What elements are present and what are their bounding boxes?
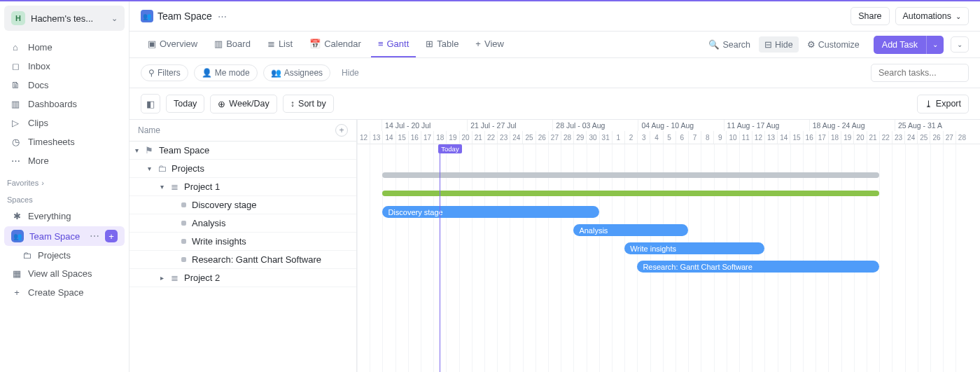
- export-button[interactable]: ⤓Export: [917, 95, 969, 113]
- panel-toggle-button[interactable]: ◧: [141, 94, 160, 113]
- task-row-label: Team Space: [159, 145, 209, 156]
- space-add-button[interactable]: +: [105, 230, 118, 242]
- day-header: 5: [663, 131, 676, 144]
- task-row[interactable]: ▾🗀Projects: [130, 160, 356, 178]
- week-header: 11 Aug - 17 Aug: [724, 120, 809, 131]
- nav-more-label: More: [28, 156, 49, 166]
- nav-docs[interactable]: 🗎Docs: [0, 76, 129, 95]
- plus-icon: +: [11, 287, 22, 298]
- name-column-header: Name: [138, 125, 160, 135]
- nav-home-label: Home: [28, 42, 52, 53]
- space-team-space[interactable]: 👥 Team Space ⋯ +: [4, 226, 125, 246]
- tab-calendar[interactable]: 📅Calendar: [302, 32, 368, 57]
- task-row[interactable]: ▾≣Project 1: [130, 178, 356, 196]
- task-row[interactable]: Analysis: [130, 214, 356, 233]
- search-icon: 🔍: [708, 39, 720, 50]
- breadcrumb-space[interactable]: 👥 Team Space: [141, 10, 212, 22]
- day-header: 1: [612, 131, 624, 144]
- add-view-button[interactable]: +View: [468, 32, 511, 57]
- gear-icon: ⚙: [807, 39, 816, 50]
- assignees-button[interactable]: 👥Assignees: [263, 64, 330, 81]
- nav-clips[interactable]: ▷Clips: [0, 113, 129, 132]
- nav-dashboards-label: Dashboards: [28, 99, 77, 109]
- gantt-bar[interactable]: Write insights: [624, 242, 764, 254]
- day-header: 19: [841, 131, 853, 144]
- gantt-bar[interactable]: [382, 172, 879, 178]
- tab-table[interactable]: ⊞Table: [419, 32, 465, 57]
- tab-board[interactable]: ▥Board: [207, 32, 258, 57]
- workspace-name: Hachem's tes...: [31, 13, 106, 24]
- list-icon: ≣: [169, 273, 180, 283]
- tab-list[interactable]: ≣List: [260, 32, 300, 57]
- week-header: 25 Aug - 31 A: [895, 120, 980, 131]
- nav-timesheets[interactable]: ◷Timesheets: [0, 132, 129, 151]
- nav-dashboards[interactable]: ▥Dashboards: [0, 95, 129, 113]
- sort-button[interactable]: ↕Sort by: [283, 95, 334, 113]
- tab-overview[interactable]: ▣Overview: [141, 32, 204, 57]
- overview-icon: ▣: [148, 39, 156, 49]
- nav-clips-label: Clips: [28, 118, 48, 128]
- filters-button[interactable]: ⚲Filters: [141, 64, 188, 81]
- caret-icon[interactable]: ▾: [160, 183, 169, 191]
- favorites-section[interactable]: Favorites›: [0, 173, 129, 190]
- view-all-spaces[interactable]: ▦View all Spaces: [4, 265, 125, 282]
- nav-more[interactable]: ⋯More: [0, 151, 129, 170]
- workspace-switcher[interactable]: H Hachem's tes... ⌄: [4, 6, 125, 31]
- day-header: 16: [408, 131, 421, 144]
- hide-filters-button[interactable]: Hide: [342, 68, 359, 78]
- caret-icon[interactable]: ▾: [135, 146, 144, 154]
- sidebar: H Hachem's tes... ⌄ ⌂Home ◻Inbox 🗎Docs ▥…: [0, 1, 130, 372]
- day-header: 22: [879, 131, 892, 144]
- task-row[interactable]: Write insights: [130, 233, 356, 251]
- nav-timesheets-label: Timesheets: [28, 137, 75, 147]
- search-tasks-input[interactable]: [871, 64, 969, 82]
- gantt-bar[interactable]: Research: Gantt Chart Software: [637, 261, 879, 273]
- task-row[interactable]: Research: Gantt Chart Software: [130, 251, 356, 269]
- day-header: 15: [396, 131, 408, 144]
- team-icon: 👥: [11, 230, 24, 242]
- share-button[interactable]: Share: [850, 7, 889, 25]
- filters-label: Filters: [158, 68, 181, 78]
- gantt-bar[interactable]: Discovery stage: [382, 206, 598, 218]
- add-column-button[interactable]: +: [335, 124, 348, 137]
- tab-board-label: Board: [226, 39, 251, 49]
- task-row[interactable]: ▾⚑Team Space: [130, 142, 356, 160]
- task-row[interactable]: Discovery stage: [130, 196, 356, 214]
- add-view-label: View: [484, 39, 504, 49]
- people-icon: 👥: [271, 68, 281, 78]
- automations-button[interactable]: Automations⌄: [895, 7, 969, 25]
- caret-icon[interactable]: ▸: [160, 274, 169, 282]
- task-row-label: Analysis: [192, 218, 225, 228]
- me-mode-button[interactable]: 👤Me mode: [194, 64, 258, 81]
- week-header: 14 Jul - 20 Jul: [382, 120, 467, 131]
- gantt-bar[interactable]: [382, 191, 879, 196]
- timeline[interactable]: 14 Jul - 20 Jul21 Jul - 27 Jul28 Jul - 0…: [357, 120, 980, 372]
- filter-icon: ⚲: [148, 68, 155, 78]
- view-more-button[interactable]: ⌄: [951, 36, 969, 53]
- week-header: 28 Jul - 03 Aug: [552, 120, 638, 131]
- tab-table-label: Table: [437, 39, 458, 49]
- everything-icon: ✱: [11, 211, 22, 221]
- nav-home[interactable]: ⌂Home: [0, 38, 129, 57]
- sidebar-folder-projects[interactable]: 🗀Projects: [0, 247, 129, 264]
- nav-inbox[interactable]: ◻Inbox: [0, 57, 129, 76]
- add-task-dropdown[interactable]: ⌄: [926, 36, 944, 54]
- task-row[interactable]: ▸≣Project 2: [130, 269, 356, 287]
- tab-gantt[interactable]: ≡Gantt: [371, 32, 416, 57]
- search-tool[interactable]: 🔍Search: [703, 36, 756, 53]
- space-everything[interactable]: ✱Everything: [4, 207, 125, 225]
- dashboards-icon: ▥: [10, 99, 21, 109]
- breadcrumb-more-icon[interactable]: ⋯: [218, 11, 227, 22]
- space-options-icon[interactable]: ⋯: [90, 230, 99, 242]
- caret-icon[interactable]: ▾: [148, 165, 156, 172]
- create-space[interactable]: +Create Space: [4, 284, 125, 301]
- filter-bar: ⚲Filters 👤Me mode 👥Assignees Hide: [130, 58, 980, 88]
- customize-tool[interactable]: ⚙Customize: [802, 36, 865, 53]
- zoom-button[interactable]: ⊕Week/Day: [210, 95, 276, 113]
- plus-icon: +: [475, 39, 481, 49]
- grid-icon: ▦: [11, 268, 22, 279]
- gantt-bar[interactable]: Analysis: [573, 224, 688, 236]
- hide-tool[interactable]: ⊟Hide: [759, 36, 799, 53]
- add-task-button[interactable]: Add Task: [874, 36, 926, 54]
- today-button[interactable]: Today: [166, 95, 204, 113]
